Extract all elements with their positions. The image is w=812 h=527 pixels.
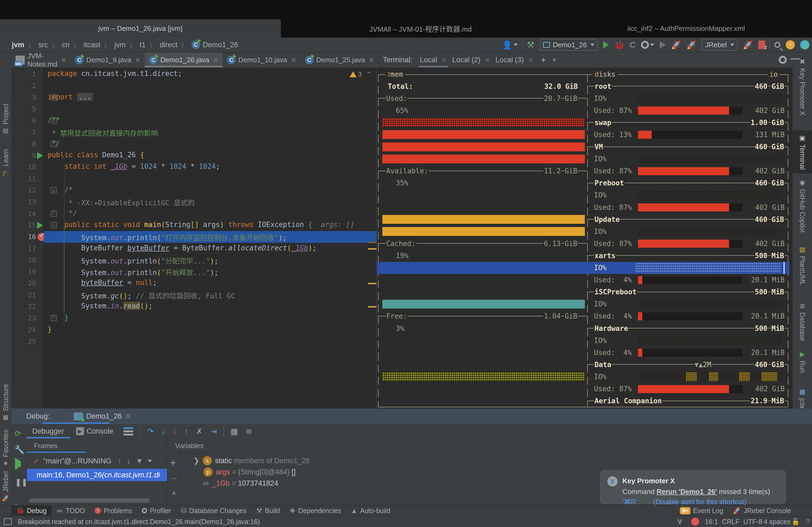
jrebel-run-icon[interactable]: 🚀 bbox=[671, 40, 681, 50]
terminal-panel[interactable]: 2memdisksioTotal:32.0 GiBUsed:GiB20.765%… bbox=[377, 68, 793, 408]
layout-menu-icon[interactable] bbox=[124, 427, 133, 436]
tool-window-button-github-copilot[interactable]: ◉GitHub Copilot bbox=[793, 179, 812, 232]
indent-setting[interactable]: 4 spaces bbox=[764, 518, 791, 526]
inspection-widget[interactable]: 3⌃⌄ bbox=[350, 71, 381, 78]
terminal-minimize-icon[interactable]: — bbox=[791, 52, 800, 64]
breadcrumb-item[interactable]: t1 bbox=[140, 41, 146, 49]
encoding[interactable]: UTF-8 bbox=[743, 518, 762, 526]
debug-button[interactable]: 🐞 bbox=[614, 40, 624, 50]
remove-watch-icon[interactable]: − bbox=[171, 473, 176, 484]
drop-frame-icon[interactable]: ✗ bbox=[196, 427, 203, 436]
run-config-combo[interactable]: Demo1_26 bbox=[540, 39, 597, 51]
bottombar-item-build[interactable]: ⚒Build bbox=[251, 506, 285, 516]
frames-scrollbar[interactable] bbox=[29, 498, 150, 502]
tool-window-button-database[interactable]: ≣Database bbox=[793, 302, 812, 341]
tool-window-button-structure[interactable]: Structure▦ bbox=[0, 384, 11, 421]
help-icon[interactable]: ? bbox=[806, 518, 810, 525]
update-icon[interactable]: ↑ bbox=[786, 40, 795, 49]
variable-row-1gb[interactable]: ∞_1Gb = 1073741824 bbox=[181, 479, 278, 488]
add-watch-icon[interactable]: + bbox=[170, 457, 176, 468]
terminal-tab[interactable]: Local✕ bbox=[417, 52, 450, 67]
jrebel-debug-icon[interactable]: 🚀 bbox=[686, 40, 696, 50]
coverage-button[interactable]: C bbox=[630, 40, 636, 49]
breadcrumb-item[interactable]: src bbox=[39, 41, 48, 49]
notification-actions[interactable]: '⌘R'(Disable alert for this shortcut) bbox=[622, 498, 746, 506]
terminal-settings-gear-icon[interactable] bbox=[779, 56, 787, 66]
user-icon[interactable]: 👤 bbox=[502, 40, 518, 50]
jrebel-combo[interactable]: JRebel bbox=[702, 39, 738, 51]
tool-window-button-jrebel[interactable]: JRebel🚀 bbox=[0, 471, 11, 502]
editor-tab[interactable]: CDemo1_10.java✕ bbox=[222, 52, 301, 67]
breadcrumb-item[interactable]: itcast bbox=[84, 41, 100, 49]
lock-icon[interactable]: 🔓 bbox=[792, 518, 800, 525]
bottombar-item-dependencies[interactable]: ❖Dependencies bbox=[285, 506, 346, 516]
stop-badge-icon[interactable]: 2 bbox=[758, 41, 765, 49]
step-over-icon[interactable]: ↷ bbox=[147, 427, 154, 436]
step-out-icon[interactable]: ↑ bbox=[185, 427, 188, 436]
move-up-icon[interactable]: ▲ bbox=[171, 488, 177, 496]
tool-window-button-project[interactable]: Project▤ bbox=[0, 104, 11, 134]
tab-console[interactable]: ▶Console bbox=[70, 424, 119, 438]
profiler-button[interactable] bbox=[641, 41, 654, 49]
jrebel-grey-icon[interactable]: 🚀 bbox=[743, 40, 753, 50]
editor-tab[interactable]: JVM-Notes.md✕ bbox=[11, 52, 71, 67]
run-gutter-icon[interactable] bbox=[37, 152, 43, 159]
toolwindow-toggle-icon[interactable] bbox=[4, 518, 12, 525]
frame-row-selected[interactable]: main:16, Demo1_26 (cn.itcast.jvm.t1.di bbox=[27, 469, 167, 481]
run-to-cursor-icon[interactable]: ⇥ bbox=[210, 427, 217, 436]
settings-layout-icon[interactable]: ≋ bbox=[245, 427, 252, 436]
settings-wrench-icon[interactable]: 🔧 bbox=[14, 445, 25, 454]
pause-icon[interactable]: ❚❚ bbox=[15, 478, 28, 486]
editor-tab[interactable]: CDemo1_9.java✕ bbox=[71, 52, 145, 67]
bottombar-item-todo[interactable]: ≔TODO bbox=[52, 506, 90, 516]
debug-session-tab[interactable]: Demo1_26✕ bbox=[74, 412, 131, 421]
line-ending[interactable]: CRLF bbox=[722, 518, 740, 526]
window-tab[interactable]: iicc_inf2 – AuthPermissionMapper.xml bbox=[560, 19, 812, 37]
tool-window-button-key-promoter-x[interactable]: ✖Key Promoter X bbox=[793, 58, 812, 115]
variable-row-static[interactable]: ❯sstatic members of Demo1_26 bbox=[181, 456, 309, 465]
resume-icon[interactable] bbox=[15, 462, 21, 466]
rerun-icon[interactable]: ⟳ bbox=[14, 429, 21, 438]
variable-row-args[interactable]: pargs = {String[0]@484} [] bbox=[181, 467, 296, 477]
breadcrumb-item[interactable]: Demo1_26 bbox=[203, 41, 238, 49]
window-tab[interactable]: JVMAll – JVM-01-程序计数器.md bbox=[281, 19, 560, 37]
force-step-into-icon[interactable]: ↓ bbox=[173, 427, 177, 436]
bottombar-item-debug[interactable]: 🐞Debug bbox=[11, 506, 52, 516]
tool-window-button-learn[interactable]: Learn🎓 bbox=[0, 149, 11, 176]
tab-debugger[interactable]: Debugger bbox=[26, 424, 70, 438]
new-terminal-button[interactable]: + bbox=[541, 55, 546, 65]
evaluate-expression-icon[interactable]: ▦ bbox=[230, 427, 238, 436]
breadcrumb-item[interactable]: direct bbox=[160, 41, 177, 49]
bottombar-item-database-changes[interactable]: ⛁Database Changes bbox=[176, 506, 251, 516]
breadcrumb-item[interactable]: cn bbox=[62, 41, 70, 49]
bottombar-item-problems[interactable]: !Problems bbox=[90, 506, 137, 516]
run-button[interactable] bbox=[603, 41, 609, 48]
step-into-icon[interactable]: ↓ bbox=[161, 427, 165, 436]
tool-window-button-plantuml[interactable]: ▧PlantUML bbox=[793, 246, 812, 286]
caret-position[interactable]: 16:1 bbox=[705, 518, 718, 526]
tool-window-button-terminal[interactable]: ▣Terminal bbox=[793, 131, 812, 174]
sphere-icon[interactable] bbox=[800, 40, 809, 49]
bottombar-item-jrebel-console[interactable]: 🚀JRebel Console bbox=[728, 506, 796, 516]
vim-icon[interactable]: V bbox=[678, 518, 682, 526]
breadcrumb-item[interactable]: jvm bbox=[12, 41, 25, 49]
editor-tab[interactable]: CDemo1_25.java✕ bbox=[301, 52, 379, 67]
key-promoter-notification[interactable]: XKey Promoter XCommand Rerun 'Demo1_26' … bbox=[600, 470, 786, 504]
terminal-dropdown-chevron[interactable]: ˅ bbox=[552, 56, 556, 64]
window-tab[interactable]: jvm – Demo1_26.java [jvm] bbox=[0, 19, 281, 37]
run-gutter-icon[interactable] bbox=[37, 222, 43, 229]
terminal-tab[interactable]: Local (2)✕ bbox=[450, 52, 493, 67]
build-hammer-icon[interactable]: ⚒ bbox=[527, 40, 535, 50]
divider2[interactable] bbox=[770, 40, 770, 50]
bottombar-item-event-log[interactable]: 9+Event Log bbox=[675, 506, 728, 516]
tool-window-button-favorites[interactable]: Favorites★ bbox=[0, 430, 11, 467]
terminal-tab[interactable]: Local (3)✕ bbox=[493, 52, 536, 67]
memory-indicator-icon[interactable] bbox=[691, 517, 699, 526]
search-icon[interactable] bbox=[774, 42, 780, 48]
editor-tab[interactable]: CDemo1_26.java✕ bbox=[145, 52, 222, 67]
breadcrumb-item[interactable]: jvm bbox=[114, 41, 126, 49]
bottombar-item-profiler[interactable]: Profiler bbox=[137, 506, 176, 516]
bottombar-item-auto-build[interactable]: ▲Auto-build bbox=[346, 506, 395, 516]
thread-row[interactable]: ✓"main"@...RUNNING↑↓▼ bbox=[27, 453, 167, 468]
divider[interactable] bbox=[522, 40, 523, 50]
